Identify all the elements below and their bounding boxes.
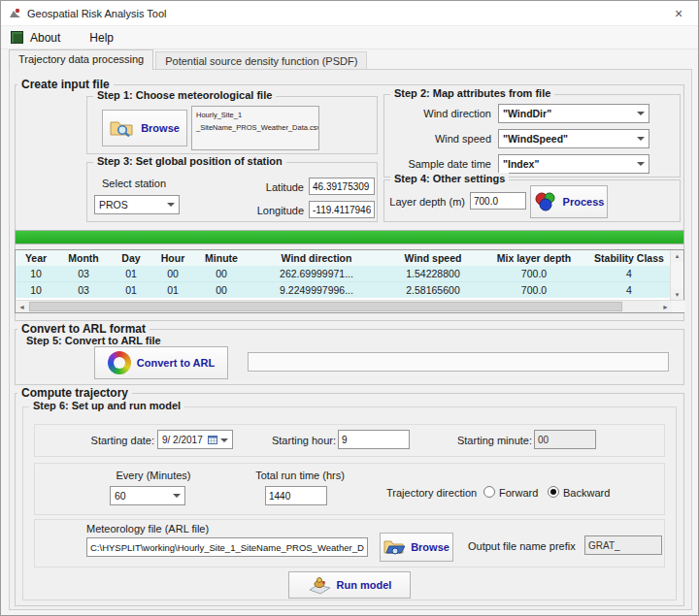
- terrain-model-icon: [308, 575, 331, 595]
- convert-to-arl-label: Convert to ARL: [137, 357, 215, 369]
- met-file-label: Meteorology file (ARL file): [86, 523, 209, 535]
- col-hour[interactable]: Hour: [151, 250, 194, 266]
- convert-to-arl-button[interactable]: Convert to ARL: [94, 346, 228, 379]
- step6-title: Step 6: Set up and run model: [29, 400, 184, 411]
- tab-strip: Trajectory data processing Potential sou…: [9, 49, 369, 70]
- horizontal-scrollbar[interactable]: ◄ ►: [16, 300, 685, 312]
- menu-help[interactable]: Help: [83, 29, 123, 47]
- about-menu-icon: [11, 31, 23, 44]
- output-prefix-label: Output file name prefix: [468, 540, 576, 552]
- met-file-field[interactable]: [86, 537, 368, 557]
- every-minutes-label: Every (Minutes): [110, 470, 197, 481]
- cell: 10: [16, 266, 56, 281]
- col-stability-class[interactable]: Stability Class: [586, 250, 672, 266]
- chevron-down-icon: [220, 438, 228, 442]
- tab-trajectory-data-processing[interactable]: Trajectory data processing: [9, 49, 153, 70]
- table-row[interactable]: 10 03 01 01 00 9.2249997996... 2.5816560…: [16, 281, 672, 298]
- compute-title: Compute trajectory: [17, 386, 132, 400]
- starting-hour-field[interactable]: [338, 430, 410, 449]
- cell: 700.0: [482, 266, 586, 281]
- col-day[interactable]: Day: [111, 250, 151, 266]
- process-button[interactable]: Process: [530, 185, 608, 218]
- starting-minute-field[interactable]: [534, 430, 596, 449]
- scrollbar-track[interactable]: [28, 301, 659, 312]
- chevron-down-icon: [167, 203, 175, 207]
- color-wheel-icon: [108, 351, 131, 374]
- import-progress-bar: [15, 230, 684, 244]
- weather-data-table: Year Month Day Hour Minute Wind directio…: [15, 249, 684, 313]
- scrollbar-corner: [672, 301, 685, 312]
- run-model-button[interactable]: Run model: [288, 571, 411, 599]
- total-run-time-field[interactable]: [265, 486, 327, 505]
- station-select[interactable]: PROS: [94, 195, 180, 214]
- longitude-field[interactable]: [309, 201, 375, 218]
- step5-title: Step 5: Convert to ARL file: [26, 335, 161, 346]
- scrollbar-thumb[interactable]: [29, 302, 622, 311]
- step1-title: Step 1: Choose meteorological file: [93, 89, 276, 101]
- cell: 9.2249997996...: [249, 281, 384, 298]
- window-title: Geospatial Risk Analysis Tool: [27, 8, 166, 19]
- every-minutes-value: 60: [115, 490, 126, 502]
- col-mix-layer-depth[interactable]: Mix layer depth: [482, 250, 586, 266]
- sample-date-select[interactable]: "Index": [498, 154, 649, 174]
- starting-date-label: Starting date:: [77, 435, 154, 446]
- browse-arl-file-button[interactable]: Browse: [380, 533, 453, 562]
- folder-search-icon: [110, 118, 135, 138]
- table-row[interactable]: 10 03 01 00 00 262.69999971... 1.5422880…: [16, 266, 672, 281]
- run-model-label: Run model: [337, 579, 392, 591]
- scroll-right-icon[interactable]: ►: [659, 301, 672, 312]
- cell: 00: [194, 266, 249, 281]
- selected-file-line2: _SiteName_PROS_Weather_Data.csv: [196, 122, 315, 135]
- col-month[interactable]: Month: [56, 250, 111, 266]
- col-wind-direction[interactable]: Wind direction: [249, 250, 384, 266]
- layer-depth-field[interactable]: [470, 192, 526, 210]
- app-window: Geospatial Risk Analysis Tool × About He…: [0, 0, 699, 616]
- close-icon[interactable]: ×: [663, 1, 694, 26]
- step4-title: Step 4: Other settings: [390, 173, 509, 184]
- calendar-icon: [208, 435, 217, 444]
- convert-progress-bar: [248, 352, 669, 372]
- layer-depth-label: Layer depth (m): [389, 196, 465, 208]
- wind-direction-select[interactable]: "WindDir": [498, 104, 649, 123]
- output-prefix-field[interactable]: [584, 535, 662, 555]
- cell: 03: [56, 281, 111, 298]
- spheres-icon: [534, 191, 557, 212]
- tab-psdf[interactable]: Potential source density function (PSDF): [155, 51, 367, 70]
- cell: 00: [194, 281, 249, 298]
- longitude-label: Longitude: [244, 205, 304, 216]
- starting-date-value: 9/ 2/2017: [162, 435, 205, 445]
- browse-met-file-button[interactable]: Browse: [102, 110, 187, 146]
- cell: 262.69999971...: [249, 266, 384, 281]
- chevron-down-icon: [637, 137, 645, 141]
- vertical-scrollbar[interactable]: ▲ ▼: [670, 250, 683, 301]
- cell: 4: [586, 281, 672, 298]
- scroll-up-icon[interactable]: ▲: [671, 250, 683, 262]
- selected-file-line1: Hourly_Site_1: [196, 110, 315, 122]
- latitude-field[interactable]: [309, 178, 375, 195]
- title-bar: Geospatial Risk Analysis Tool ×: [1, 1, 698, 26]
- backward-label: Backward: [563, 487, 610, 499]
- every-minutes-select[interactable]: 60: [110, 486, 185, 505]
- menu-about[interactable]: About: [28, 29, 70, 47]
- backward-radio[interactable]: [548, 486, 559, 498]
- col-wind-speed[interactable]: Wind speed: [384, 250, 482, 266]
- col-year[interactable]: Year: [16, 250, 56, 266]
- select-station-label: Select station: [102, 178, 166, 189]
- col-minute[interactable]: Minute: [194, 250, 249, 266]
- cell: 2.58165600: [384, 281, 482, 298]
- step3-title: Step 3: Set global position of station: [93, 155, 286, 167]
- total-run-time-label: Total run time (hrs): [251, 470, 349, 481]
- scroll-left-icon[interactable]: ◄: [16, 301, 28, 312]
- wind-direction-label: Wind direction: [389, 108, 491, 119]
- cell: 00: [151, 266, 194, 281]
- cell: 700.0: [482, 281, 586, 298]
- chevron-down-icon: [637, 112, 645, 115]
- wind-speed-select[interactable]: "WindSpeed": [498, 129, 649, 148]
- forward-radio[interactable]: [483, 486, 495, 498]
- menu-bar: About Help: [1, 26, 698, 49]
- selected-file-box: Hourly_Site_1 _SiteName_PROS_Weather_Dat…: [191, 106, 319, 150]
- table-header-row: Year Month Day Hour Minute Wind directio…: [16, 250, 672, 266]
- wind-direction-value: "WindDir": [503, 108, 551, 119]
- starting-date-picker[interactable]: 9/ 2/2017: [157, 430, 233, 449]
- cell: 01: [111, 281, 151, 298]
